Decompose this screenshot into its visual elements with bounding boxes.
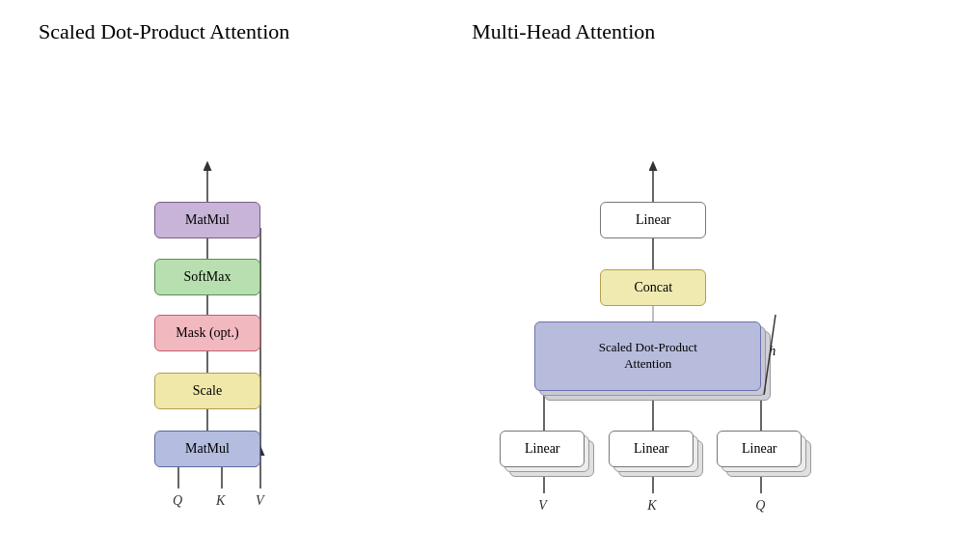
right-input-q: Q: [755, 498, 765, 514]
concat-node: Concat: [600, 269, 706, 306]
left-input-k: K: [216, 493, 225, 509]
mha-diagram: Scaled Dot-Product Attention h Linear Li…: [472, 59, 941, 513]
right-input-k: K: [647, 498, 656, 514]
sdpa-diagram-container: Scaled Dot-Product Attention: [39, 19, 472, 539]
linear-v-node: Linear: [500, 431, 585, 467]
linear-q-node: Linear: [717, 431, 802, 467]
scale-node: Scale: [154, 373, 260, 409]
matmul-bottom-node: MatMul: [154, 431, 260, 467]
sdpa-diagram: MatMul SoftMax Mask (opt.) Scale MatMul …: [39, 59, 472, 513]
left-input-v: V: [256, 493, 264, 509]
matmul-top-node: MatMul: [154, 202, 260, 238]
linear-top-node: Linear: [600, 202, 706, 238]
mask-node: Mask (opt.): [154, 315, 260, 351]
right-input-v: V: [538, 498, 547, 514]
h-label: h: [769, 344, 776, 359]
left-input-q: Q: [173, 493, 182, 509]
left-diagram-title: Scaled Dot-Product Attention: [39, 19, 289, 44]
softmax-node: SoftMax: [154, 259, 260, 295]
linear-k-node: Linear: [609, 431, 694, 467]
mha-diagram-container: Multi-Head Attention: [472, 19, 941, 539]
sdpa-large-node: Scaled Dot-Product Attention: [534, 321, 761, 391]
right-diagram-title: Multi-Head Attention: [472, 19, 655, 44]
